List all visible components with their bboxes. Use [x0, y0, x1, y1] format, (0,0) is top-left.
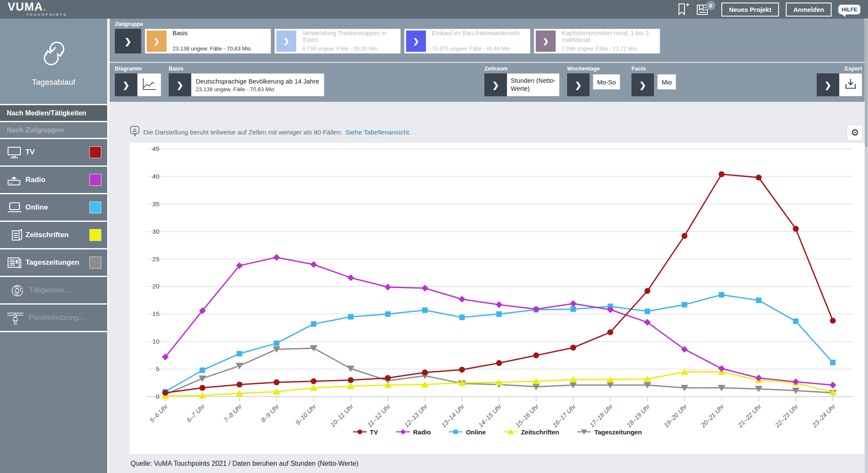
zielgruppe-expand-button[interactable]: ❯ — [115, 29, 141, 53]
source-line: Quelle: VuMA Touchpoints 2021 / Daten be… — [131, 460, 359, 467]
gear-icon: ⚙ — [851, 127, 859, 138]
svg-text:16–17 Uhr: 16–17 Uhr — [551, 402, 577, 428]
top-header-bar: VUMA. TOUCHPOINTS 0 Neues Projekt Anmeld… — [0, 0, 868, 19]
media-label: TV — [25, 148, 89, 157]
chip-title: Verwendung Trockensuppen in Tüten — [302, 30, 397, 43]
media-label: Tätigkeiten... — [25, 286, 101, 294]
legend-item-online[interactable]: Online — [448, 428, 486, 436]
chip-title: Einkauf im Bau-/Heimwerkmarkt — [432, 30, 527, 37]
bookmark-count-badge: 0 — [706, 1, 715, 10]
chip-chevron-icon[interactable]: ❯ — [276, 31, 296, 52]
basis-control: Basis ❯ Deutschsprachige Bevölkerung ab … — [169, 65, 324, 96]
zeitraum-control: Zeitraum ❯ Stunden (Netto-Werte) — [484, 65, 559, 96]
diagramm-type-box[interactable] — [137, 73, 161, 96]
sidebar-nav-nach-medien[interactable]: Nach Medien/Tätigkeiten — [0, 105, 107, 122]
diagramm-label: Diagramm — [115, 65, 161, 72]
facts-expand-button[interactable]: ❯ — [632, 73, 654, 96]
radio-icon — [7, 173, 25, 187]
svg-text:13–14 Uhr: 13–14 Uhr — [440, 402, 466, 428]
svg-text:21–22 Uhr: 21–22 Uhr — [736, 402, 763, 428]
zeitraum-value-box[interactable]: Stunden (Netto-Werte) — [507, 73, 559, 96]
media-label: Parallelnutzung... — [25, 313, 101, 322]
radio-color-swatch[interactable] — [89, 174, 101, 186]
sidebar-item-radio[interactable]: Radio — [0, 167, 107, 194]
svg-text:15–16 Uhr: 15–16 Uhr — [514, 402, 540, 428]
export-expand-button[interactable]: ❯ — [817, 73, 839, 96]
sidebar-nav-nach-zielgruppen[interactable]: Nach Zielgruppen — [0, 122, 107, 139]
logo-dot: . — [43, 0, 47, 13]
legend-item-tageszeitungen[interactable]: Tageszeitungen — [577, 428, 642, 436]
zeitschriften-color-swatch[interactable] — [89, 229, 101, 241]
basis-expand-button[interactable]: ❯ — [169, 73, 191, 96]
bookmark-add-icon[interactable] — [677, 3, 689, 16]
chip-title: Basis — [172, 30, 267, 37]
sidebar-item-taetigkeiten[interactable]: Tätigkeiten... — [0, 277, 107, 305]
svg-text:0: 0 — [156, 393, 159, 400]
chip-text: Einkauf im Bau-/Heimwerkmarkt 15.975 ung… — [428, 29, 530, 53]
zielgruppe-chip-trockensuppen[interactable]: ❯ Verwendung Trockensuppen in Tüten 8.73… — [275, 29, 401, 53]
tv-icon — [7, 146, 25, 159]
svg-text:17–18 Uhr: 17–18 Uhr — [588, 402, 615, 428]
sidebar-item-online[interactable]: Online — [0, 194, 107, 222]
media-label: Radio — [25, 176, 89, 184]
hilfe-button[interactable]: HILFE — [838, 5, 860, 14]
sidebar-item-parallelnutzung[interactable]: Parallelnutzung... — [0, 305, 107, 332]
wochentage-value-box[interactable]: Mo-So — [593, 74, 620, 90]
legend-item-zeitschriften[interactable]: Zeitschriften — [504, 428, 559, 436]
wochentage-expand-button[interactable]: ❯ — [567, 73, 590, 96]
tabellenansicht-link[interactable]: Siehe Tabellenansicht. — [345, 129, 411, 136]
legend-item-radio[interactable]: Radio — [396, 428, 431, 436]
export-download-button[interactable] — [839, 73, 862, 96]
facts-label: Facts — [632, 65, 676, 72]
diagramm-expand-button[interactable]: ❯ — [115, 73, 137, 96]
sidebar-item-zeitschriften[interactable]: Zeitschriften — [0, 222, 107, 249]
svg-text:40: 40 — [152, 173, 159, 180]
svg-text:20: 20 — [152, 283, 159, 290]
zielgruppe-section: Zielgruppe ❯ ❯ Basis 23.138 ungew. Fälle… — [110, 19, 865, 63]
export-control: Export ❯ — [817, 65, 862, 96]
controls-section: Diagramm ❯ Basis ❯ — [110, 63, 865, 101]
legend-marker-icon — [396, 428, 410, 436]
bookmark-folder-icon[interactable]: 0 — [696, 3, 710, 16]
svg-text:11–12 Uhr: 11–12 Uhr — [366, 402, 392, 428]
zeitraum-expand-button[interactable]: ❯ — [484, 73, 507, 96]
svg-text:8–9 Uhr: 8–9 Uhr — [259, 402, 281, 423]
chip-subtitle: 8.734 ungew. Fälle - 26,30 Mio — [302, 45, 397, 52]
media-label: Tageszeitungen — [25, 258, 89, 267]
sidebar: Tagesablauf Nach Medien/Tätigkeiten Nach… — [0, 19, 108, 473]
zielgruppe-chip-heimwerkmarkt[interactable]: ❯ Einkauf im Bau-/Heimwerkmarkt 15.975 u… — [404, 29, 530, 53]
legend-marker-icon — [353, 428, 367, 436]
app-root: VUMA. TOUCHPOINTS 0 Neues Projekt Anmeld… — [0, 0, 868, 473]
sidebar-item-tv[interactable]: TV — [0, 139, 107, 167]
svg-text:35: 35 — [152, 200, 159, 207]
zielgruppe-chip-kopfschmerzmittel[interactable]: ❯ Kopfschmerzmittel mind. 1 bis 2-mal/Mo… — [534, 29, 660, 53]
anmelden-button[interactable]: Anmelden — [786, 3, 832, 17]
chip-chevron-icon[interactable]: ❯ — [147, 31, 167, 52]
module-tagesablauf[interactable]: Tagesablauf — [0, 19, 107, 105]
chart-settings-button[interactable]: ⚙ — [847, 125, 863, 141]
zielgruppe-chip-basis[interactable]: ❯ Basis 23.138 ungew. Fälle - 70,63 Mio — [145, 29, 271, 53]
tv-color-swatch[interactable] — [89, 146, 101, 158]
legend-item-tv[interactable]: TV — [353, 428, 378, 436]
legend-label: Radio — [413, 428, 431, 436]
sidebar-item-tageszeitungen[interactable]: Tageszeitungen — [0, 249, 107, 277]
wochentage-control: Wochentage ❯ Mo-So — [567, 65, 620, 96]
basis-value-box[interactable]: Deutschsprachige Bevölkerung ab 14 Jahre… — [191, 73, 324, 96]
svg-text:23–24 Uhr: 23–24 Uhr — [810, 402, 837, 428]
media-label: Online — [25, 203, 89, 212]
neues-projekt-button[interactable]: Neues Projekt — [721, 3, 779, 17]
legend-marker-icon — [504, 428, 518, 436]
online-color-swatch[interactable] — [89, 202, 101, 213]
activities-icon — [7, 282, 25, 299]
scrollbar-thumb[interactable] — [865, 20, 868, 147]
chart-legend: TVRadioOnlineZeitschriftenTageszeitungen — [130, 428, 865, 436]
wochentage-label: Wochentage — [567, 65, 620, 72]
nav-label: Nach Medien/Tätigkeiten — [7, 109, 86, 117]
page-scrollbar[interactable] — [865, 0, 868, 473]
facts-value-box[interactable]: Mio — [657, 74, 676, 90]
chip-title: Kopfschmerzmittel mind. 1 bis 2-mal/Mona… — [562, 30, 657, 43]
chip-chevron-icon[interactable]: ❯ — [536, 31, 556, 52]
chip-chevron-icon[interactable]: ❯ — [406, 31, 426, 52]
vuma-logo: VUMA. TOUCHPOINTS — [8, 1, 67, 17]
tageszeitungen-color-swatch[interactable] — [89, 257, 101, 269]
